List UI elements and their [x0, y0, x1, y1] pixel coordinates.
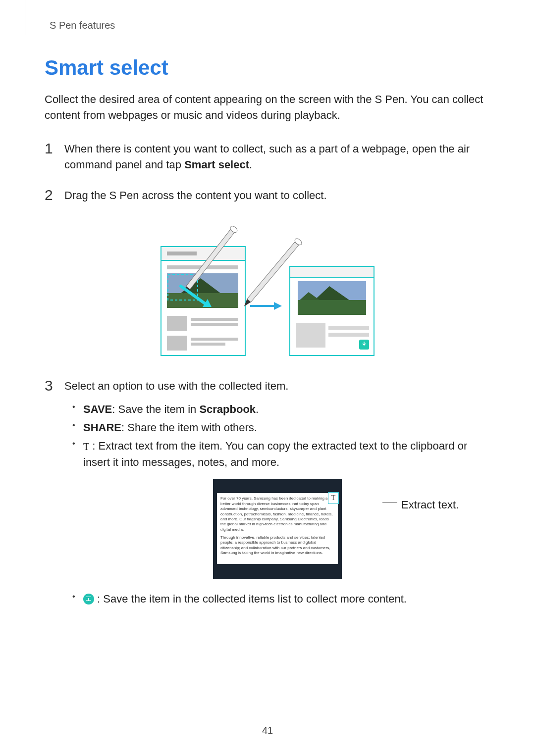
collect-icon: [83, 594, 94, 605]
svg-rect-25: [290, 266, 374, 277]
section-breadcrumb: S Pen features: [50, 20, 490, 31]
captured-text-panel: T For over 70 years, Samsung has been de…: [217, 493, 338, 563]
svg-rect-16: [167, 336, 187, 351]
svg-marker-20: [274, 302, 282, 310]
save-post: .: [256, 403, 259, 415]
smart-select-diagram: [45, 217, 490, 362]
step1-pre: When there is content you want to collec…: [64, 143, 470, 171]
collect-text: : Save the item in the collected items l…: [94, 593, 407, 605]
header-divider: [25, 0, 25, 35]
shot-p1: For over 70 years, Samsung has been dedi…: [220, 496, 334, 532]
extract-text: : Extract text from the item. You can co…: [83, 440, 467, 468]
step-number: 3: [45, 377, 64, 608]
save-bold: Scrapbook: [199, 403, 256, 415]
step-2: 2 Drag the S Pen across the content you …: [45, 187, 490, 203]
svg-rect-32: [328, 333, 369, 337]
extract-text-badge: T: [328, 492, 339, 504]
share-post: : Share the item with others.: [121, 421, 257, 434]
svg-rect-17: [191, 338, 238, 341]
svg-rect-30: [296, 323, 325, 348]
step-number: 1: [45, 140, 64, 173]
step-1: 1 When there is content you want to coll…: [45, 140, 490, 173]
diagram-svg: [151, 217, 384, 360]
extract-text-screenshot: T For over 70 years, Samsung has been de…: [64, 479, 490, 578]
svg-rect-31: [328, 326, 369, 330]
step-text: When there is content you want to collec…: [64, 140, 490, 173]
svg-rect-14: [191, 318, 238, 321]
option-share: SHARE: Share the item with others.: [69, 419, 490, 436]
step1-post: .: [249, 158, 252, 171]
step1-bold: Smart select: [184, 158, 249, 171]
svg-rect-13: [167, 316, 187, 331]
options-list: SAVE: Save the item in Scrapbook. SHARE:…: [69, 401, 490, 470]
intro-paragraph: Collect the desired area of content appe…: [45, 92, 490, 123]
step-3: 3 Select an option to use with the colle…: [45, 377, 490, 608]
page-title: Smart select: [45, 56, 490, 80]
share-label: SHARE: [83, 421, 121, 434]
text-extract-icon: T: [83, 439, 89, 454]
page-number: 41: [0, 725, 535, 736]
step-text: Select an option to use with the collect…: [64, 377, 490, 608]
save-label: SAVE: [83, 403, 112, 415]
svg-rect-2: [167, 252, 197, 255]
option-collect: : Save the item in the collected items l…: [69, 591, 490, 607]
callout-label: Extract text.: [401, 497, 459, 513]
phone-screenshot: T For over 70 years, Samsung has been de…: [213, 479, 342, 578]
shot-p2: Through innovative, reliable products an…: [220, 535, 334, 556]
option-save: SAVE: Save the item in Scrapbook.: [69, 401, 490, 417]
page-content: S Pen features Smart select Collect the …: [0, 0, 535, 609]
svg-rect-18: [191, 343, 225, 346]
step3-text: Select an option to use with the collect…: [64, 380, 288, 392]
callout-line: [382, 503, 397, 503]
step-number: 2: [45, 187, 64, 203]
svg-rect-15: [191, 323, 238, 326]
options-list-2: : Save the item in the collected items l…: [69, 591, 490, 607]
option-extract: T : Extract text from the item. You can …: [69, 438, 490, 470]
step-text: Drag the S Pen across the content you wa…: [64, 187, 490, 203]
save-mid: : Save the item in: [112, 403, 199, 415]
